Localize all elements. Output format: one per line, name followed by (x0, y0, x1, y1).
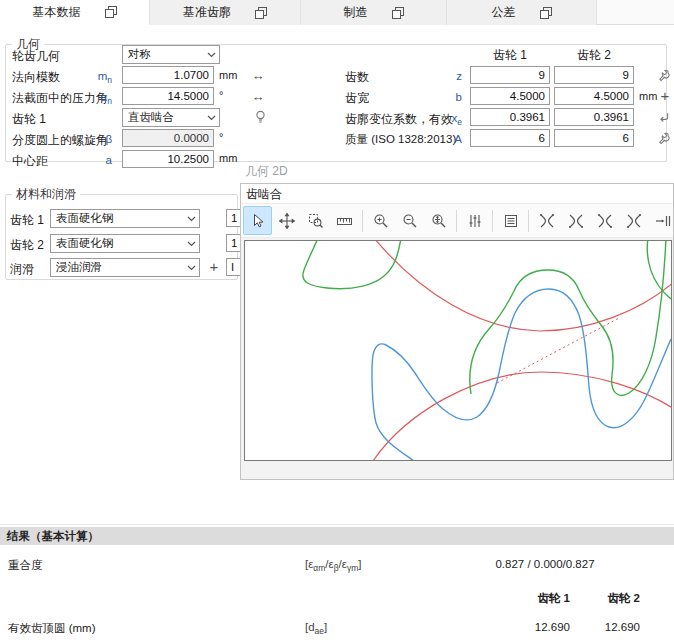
tabbar-spacer (597, 0, 674, 24)
teeth-label: 齿数 (345, 69, 369, 86)
gear1-column-header: 齿轮 1 (470, 47, 550, 64)
profile-shift-label: 齿廓变位系数，有效 (345, 111, 453, 128)
mesh-rotate-3-icon[interactable] (590, 206, 619, 235)
helix-angle-input (122, 129, 214, 147)
normal-module-label: 法向模数 (12, 69, 60, 86)
quality-gear1-input[interactable] (470, 129, 550, 147)
sliders-icon[interactable] (460, 206, 489, 235)
material-gear1-value: 表面硬化钢 (56, 211, 114, 226)
lubrication-label: 润滑 (10, 261, 34, 278)
toolbar-separator (492, 210, 493, 232)
tab-manufacturing[interactable]: 制造 (301, 0, 447, 25)
wrench-icon[interactable] (655, 130, 671, 146)
face-width-label: 齿宽 (345, 90, 369, 107)
tip-diameter-gear1-value: 12.690 (510, 621, 570, 633)
mesh-window: 齿啮合 (240, 183, 674, 480)
results-gear2-column-header: 齿轮 2 (580, 591, 640, 606)
face-width-gear2-input[interactable] (554, 87, 634, 105)
mesh-rotate-1-icon[interactable] (532, 206, 561, 235)
zoom-in-icon[interactable] (366, 206, 395, 235)
tab-reference-profile[interactable]: 基准齿廓 (150, 0, 301, 25)
gear2-column-header: 齿轮 2 (554, 47, 634, 64)
restore-window-icon[interactable] (540, 7, 552, 19)
report-icon[interactable] (496, 206, 525, 235)
contact-ratio-formula: [εαm/εβ/εγm] (305, 558, 361, 573)
lubrication-select[interactable]: 浸油润滑 (50, 258, 200, 277)
wrench-icon[interactable] (655, 67, 671, 83)
contact-ratio-label: 重合度 (8, 558, 43, 573)
limit-right-icon[interactable] (648, 206, 674, 235)
material-gear1-select[interactable]: 表面硬化钢 (50, 209, 200, 228)
tab-bar: 基本数据 基准齿廓 制造 公差 (0, 0, 674, 25)
mesh-rotate-2-icon[interactable] (561, 206, 590, 235)
chevron-down-icon (207, 115, 216, 121)
normal-module-unit: mm (219, 69, 237, 81)
material-gear1-label: 齿轮 1 (10, 212, 44, 229)
tooth-geometry-label: 轮齿几何 (12, 48, 60, 65)
geometry-2d-pane-caption[interactable]: 几何 2D (245, 163, 288, 180)
chevron-down-icon (187, 216, 196, 222)
cursor-icon[interactable] (243, 206, 272, 235)
normal-module-symbol: mn (88, 70, 112, 85)
material-legend: 材料和润滑 (12, 186, 80, 203)
pressure-angle-symbol: αn (88, 91, 112, 106)
zoom-fit-icon[interactable] (424, 206, 453, 235)
mesh-rotate-4-icon[interactable] (619, 206, 648, 235)
chevron-down-icon (187, 265, 196, 271)
profile-shift-gear1-input[interactable] (470, 108, 550, 126)
gear1-profile-curve (647, 241, 671, 299)
swap-arrow-icon[interactable]: ↔ (250, 67, 266, 83)
center-distance-input[interactable] (122, 150, 214, 168)
line-of-action (497, 318, 619, 383)
normal-module-input[interactable] (122, 66, 214, 84)
gear1-type-value: 直齿啮合 (128, 110, 174, 125)
lubrication-value: 浸油润滑 (56, 260, 102, 275)
plus-icon[interactable]: + (206, 259, 222, 275)
material-gear2-select[interactable]: 表面硬化钢 (50, 234, 200, 253)
quality-symbol: A (438, 133, 462, 145)
restore-window-icon[interactable] (255, 7, 267, 19)
center-distance-unit: mm (219, 152, 237, 164)
toolbar-separator (528, 210, 529, 232)
material-gear2-label: 齿轮 2 (10, 237, 44, 254)
quality-gear2-input[interactable] (554, 129, 634, 147)
chevron-down-icon (187, 241, 196, 247)
return-arrow-icon[interactable] (655, 109, 671, 125)
restore-window-icon[interactable] (105, 6, 117, 18)
tab-tolerances[interactable]: 公差 (447, 0, 597, 25)
gear2-pitch-circle (373, 372, 671, 460)
face-width-gear1-input[interactable] (470, 87, 550, 105)
mesh-canvas[interactable] (244, 240, 672, 461)
teeth-gear2-input[interactable] (554, 66, 634, 84)
helix-angle-symbol: β (88, 133, 112, 145)
contact-ratio-value: 0.827 / 0.000/0.827 (470, 558, 620, 570)
profile-shift-gear2-input[interactable] (554, 108, 634, 126)
plus-icon[interactable]: + (657, 88, 673, 104)
tab-basic-data[interactable]: 基本数据 (0, 0, 150, 25)
material-gear2-value: 表面硬化钢 (56, 236, 114, 251)
teeth-gear1-input[interactable] (470, 66, 550, 84)
tooth-geometry-select[interactable]: 对称 (122, 45, 220, 64)
gear1-type-select[interactable]: 直齿啮合 (122, 108, 220, 127)
face-width-symbol: b (438, 91, 462, 103)
zoom-out-icon[interactable] (395, 206, 424, 235)
tab-label: 制造 (344, 4, 368, 21)
tab-label: 基准齿廓 (183, 4, 231, 21)
swap-arrow-icon[interactable]: ↔ (250, 88, 266, 104)
results-header: 结果（基本计算） (0, 527, 674, 545)
results-gear1-column-header: 齿轮 1 (510, 591, 570, 606)
teeth-symbol: z (438, 70, 462, 82)
toolbar-separator (456, 210, 457, 232)
mesh-window-title[interactable]: 齿啮合 (241, 184, 673, 204)
lightbulb-icon[interactable] (252, 109, 268, 125)
gear1-type-label: 齿轮 1 (12, 111, 46, 128)
pan-icon[interactable] (272, 206, 301, 235)
ruler-icon[interactable] (330, 206, 359, 235)
profile-shift-symbol: xe (438, 112, 462, 127)
chevron-down-icon (207, 52, 216, 58)
zoom-window-icon[interactable] (301, 206, 330, 235)
pressure-angle-input[interactable] (122, 87, 214, 105)
restore-window-icon[interactable] (392, 7, 404, 19)
gear2-profile-curve (372, 289, 671, 460)
center-distance-label: 中心距 (12, 153, 48, 170)
